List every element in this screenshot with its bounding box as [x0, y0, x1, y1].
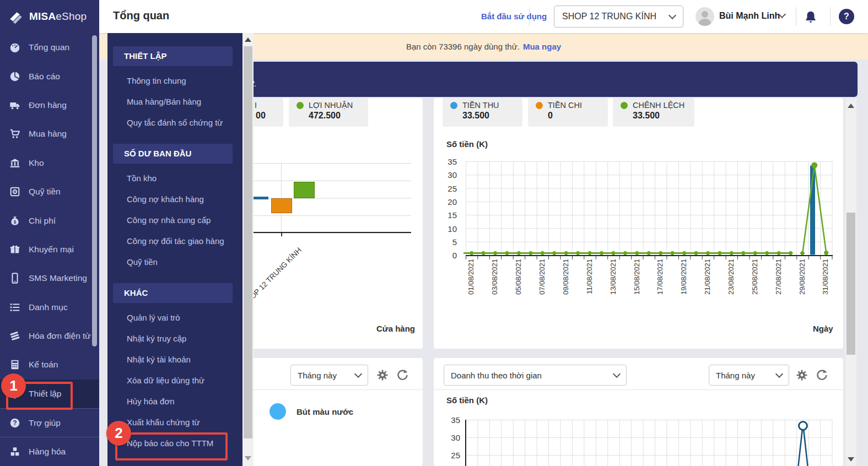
smartphone-icon	[9, 272, 21, 284]
flyout-item-xoa-du-lieu-dung-thu[interactable]: Xóa dữ liệu dùng thử	[107, 370, 242, 391]
shop-selector-value: SHOP 12 TRUNG KÍNH	[562, 12, 656, 21]
flyout-scrollbar[interactable]	[242, 33, 254, 466]
sidebar-item-quy-tien[interactable]: Quỹ tiền	[0, 177, 99, 206]
sidebar-item-label: Tổng quan	[29, 42, 69, 52]
sidebar-item-bao-cao[interactable]: Báo cáo	[0, 62, 99, 90]
flyout-item-cong-no-khach-hang[interactable]: Công nợ khách hàng	[107, 189, 242, 210]
shop-selector[interactable]: SHOP 12 TRUNG KÍNH	[554, 6, 683, 28]
warehouse-bank-icon	[9, 157, 21, 169]
gauge-icon	[9, 41, 21, 53]
sidebar-item-don-hang[interactable]: Đơn hàng	[0, 91, 99, 120]
cash-chart-spike	[434, 98, 843, 349]
sidebar-item-khuyen-mai[interactable]: Khuyến mại	[0, 235, 99, 264]
annotation-badge-step1: 1	[1, 373, 26, 398]
flyout-item-quy-tac-danh-so-chung-tu[interactable]: Quy tắc đánh số chứng từ	[107, 112, 242, 133]
x-date-label: 07/08/2021	[538, 259, 546, 295]
settings-flyout-menu: THIẾT LẬP Thông tin chung Mua hàng/Bán h…	[107, 33, 242, 466]
bell-icon	[804, 9, 818, 25]
pie-chart-icon	[9, 71, 21, 83]
safe-icon	[9, 186, 21, 198]
scrollbar-thumb[interactable]	[244, 46, 252, 438]
flyout-item-cong-no-doi-tac-giao-hang[interactable]: Công nợ đối tác giao hàng	[107, 231, 242, 252]
flyout-item-mua-hang-ban-hang[interactable]: Mua hàng/Bán hàng	[107, 91, 242, 112]
top-header: MISAeShop Tổng quan Bắt đầu sử dụng SHOP…	[0, 0, 868, 33]
app-window: Bạn còn 73396 ngày dùng thử. Mua ngay ng…	[0, 0, 868, 466]
sidebar-item-kho[interactable]: Kho	[0, 149, 99, 177]
user-avatar[interactable]	[696, 7, 714, 26]
period-select[interactable]: Tháng này	[290, 365, 368, 386]
x-date-label: 23/08/2021	[727, 259, 735, 295]
sidebar-scrollbar-thumb[interactable]	[92, 35, 97, 346]
x-date-label: 09/08/2021	[562, 259, 570, 295]
x-date-label: 27/08/2021	[774, 259, 783, 295]
store-chart-gridline-v	[281, 163, 282, 232]
flyout-section-thiet-lap: THIẾT LẬP	[113, 46, 233, 66]
sidebar-item-mua-hang[interactable]: Mua hàng	[0, 120, 99, 148]
flyout-item-quan-ly-vai-tro[interactable]: Quản lý vai trò	[107, 307, 242, 328]
kpi-card-loi-nhuan: LỢI NHUẬN 472.500	[289, 98, 368, 127]
header-divider	[830, 7, 831, 26]
scroll-down-arrow[interactable]	[245, 456, 251, 460]
help-button[interactable]: ?	[839, 9, 854, 24]
legend-dot-icon	[269, 403, 286, 420]
kpi-label: LỢI NHUẬN	[309, 101, 353, 110]
flyout-item-quy-tien[interactable]: Quỹ tiền	[107, 252, 242, 273]
settings-gear-button[interactable]	[376, 369, 389, 382]
app-logo[interactable]: MISAeShop	[0, 0, 99, 33]
scroll-down-arrow[interactable]	[848, 457, 854, 462]
user-name[interactable]: Bùi Mạnh Linh	[719, 11, 780, 21]
legend-label: Bút màu nước	[296, 407, 353, 416]
refresh-icon	[396, 369, 409, 382]
notifications-button[interactable]	[804, 9, 818, 27]
period-select-value: Tháng này	[298, 371, 337, 380]
sidebar-item-tong-quan[interactable]: Tổng quan	[0, 33, 99, 62]
sidebar-item-sms-marketing[interactable]: SMS Marketing	[0, 264, 99, 292]
sidebar-item-chi-phi[interactable]: $ Chi phí	[0, 206, 99, 235]
scroll-up-arrow[interactable]	[848, 104, 854, 108]
flyout-item-nhat-ky-tai-khoan[interactable]: Nhật ký tài khoản	[107, 349, 242, 370]
flyout-item-thong-tin-chung[interactable]: Thông tin chung	[107, 71, 242, 91]
sidebar-item-label: SMS Marketing	[29, 273, 87, 283]
sidebar-item-danh-muc[interactable]: Danh mục	[0, 293, 99, 322]
x-date-label: 17/08/2021	[656, 259, 664, 295]
sidebar-item-hoa-don-dien-tu[interactable]: Hóa đơn điện tử	[0, 322, 99, 350]
delivery-truck-icon	[9, 99, 21, 111]
sidebar-item-label: Quỹ tiền	[29, 187, 61, 197]
revenue-time-panel: Doanh thu theo thời gian Tháng này Số ti…	[434, 358, 843, 466]
question-mark: ?	[844, 12, 849, 21]
store-chart-axis-title: Cửa hàng	[376, 324, 415, 333]
cash-chart-panel: TIỀN THU 33.500 TIỀN CHI 0 CHÊNH LỆCH 33…	[434, 98, 843, 349]
flyout-item-nhat-ky-truy-cap[interactable]: Nhật ký truy cập	[107, 328, 242, 349]
scroll-up-arrow[interactable]	[245, 37, 251, 42]
list-icon	[9, 301, 21, 313]
brand-suffix: eShop	[56, 10, 87, 22]
sidebar-item-label: Hóa đơn điện tử	[29, 331, 91, 341]
scrollbar-thumb[interactable]	[847, 213, 855, 355]
layers-icon	[9, 330, 21, 342]
page-scrollbar[interactable]	[845, 98, 856, 466]
x-date-label: 25/08/2021	[751, 259, 759, 295]
sidebar-item-tro-giup[interactable]: ? Trợ giúp	[0, 408, 99, 437]
buy-now-link[interactable]: Mua ngay	[523, 42, 561, 51]
x-date-label: 19/08/2021	[680, 259, 688, 295]
chevron-down-icon	[668, 12, 676, 19]
store-chart-bar-green	[294, 182, 315, 198]
sidebar-item-label: Báo cáo	[29, 72, 60, 82]
calculator-icon	[9, 359, 21, 371]
refresh-button[interactable]	[396, 369, 409, 382]
x-date-label: 21/08/2021	[703, 259, 711, 295]
kpi-value: 472.500	[309, 111, 363, 121]
flyout-item-cong-no-nha-cung-cap[interactable]: Công nợ nhà cung cấp	[107, 210, 242, 231]
cubes-icon	[9, 446, 21, 458]
get-started-link[interactable]: Bắt đầu sử dụng	[481, 12, 547, 21]
flyout-section-khac: KHÁC	[113, 283, 233, 303]
x-date-label: 29/08/2021	[798, 259, 806, 295]
store-chart-bar-orange	[271, 198, 292, 213]
brand-name: MISA	[29, 10, 56, 22]
sidebar-item-label: Trợ giúp	[29, 418, 61, 428]
flyout-section-so-du-ban-dau: SỐ DƯ BAN ĐẦU	[113, 144, 233, 164]
person-icon	[696, 7, 714, 26]
flyout-item-ton-kho[interactable]: Tồn kho	[107, 168, 242, 189]
flyout-item-huy-hoa-don[interactable]: Hủy hóa đơn	[107, 391, 242, 412]
sidebar-item-hang-hoa[interactable]: Hàng hóa	[0, 437, 99, 465]
